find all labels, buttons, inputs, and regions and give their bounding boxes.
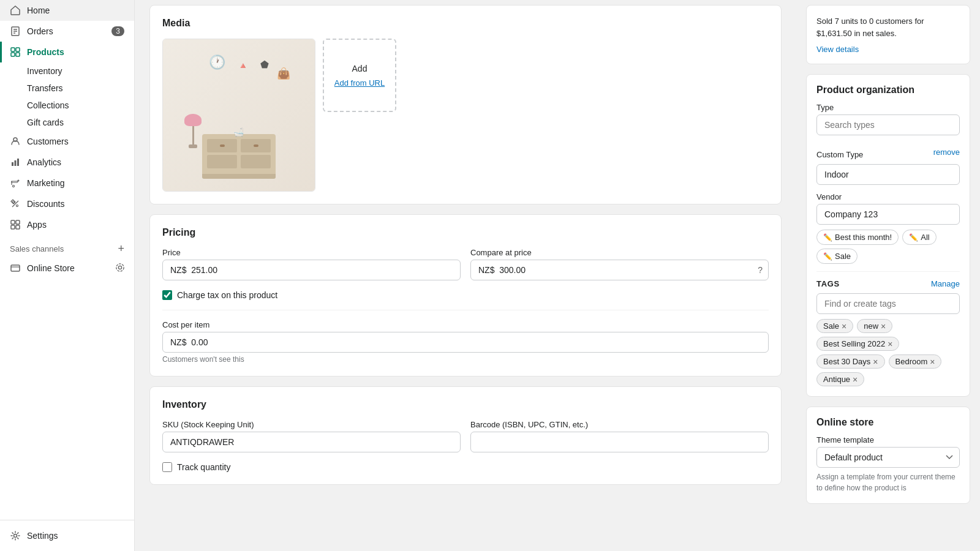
pred-btn-sale[interactable]: ✏️ Sale — [816, 249, 858, 264]
sku-input[interactable] — [162, 432, 461, 452]
tag-chip-remove[interactable]: × — [853, 375, 858, 384]
prediction-buttons: ✏️ Best this month! ✏️ All ✏️ Sale — [816, 230, 960, 264]
price-input[interactable] — [162, 260, 461, 280]
svg-rect-18 — [11, 225, 15, 229]
product-image[interactable]: 🕐 🔺 ⬟ 👜 — [162, 39, 315, 192]
inventory-card: Inventory SKU (Stock Keeping Unit) Barco… — [149, 386, 782, 485]
online-store-icon — [10, 263, 21, 274]
manage-tags-link[interactable]: Manage — [931, 279, 960, 288]
online-store-card: Online store Theme template Default prod… — [806, 407, 970, 504]
add-media-box[interactable]: Add Add from URL — [323, 39, 396, 112]
svg-rect-17 — [16, 220, 20, 224]
sidebar-item-discounts[interactable]: Discounts — [0, 193, 134, 214]
tag-chip-remove[interactable]: × — [888, 340, 892, 348]
wand-icon-2: ✏️ — [909, 233, 918, 242]
sidebar-item-marketing-label: Marketing — [27, 178, 64, 188]
compare-price-input[interactable] — [470, 260, 769, 280]
right-panel: Sold 7 units to 0 customers for $1,631.5… — [796, 0, 980, 551]
tag-chip-label: Best Selling 2022 — [823, 339, 885, 348]
sidebar-item-marketing[interactable]: Marketing — [0, 173, 134, 193]
online-store-label: Online Store — [27, 263, 75, 273]
theme-template-label: Theme template — [816, 435, 960, 444]
track-quantity-row: Track quantity — [162, 462, 769, 472]
sidebar-item-analytics[interactable]: Analytics — [0, 152, 134, 173]
barcode-input[interactable] — [470, 432, 769, 452]
tag-chip-remove[interactable]: × — [881, 322, 886, 331]
add-from-url-link[interactable]: Add from URL — [334, 78, 385, 88]
settings-label: Settings — [27, 531, 58, 541]
type-search-input[interactable] — [816, 114, 960, 135]
marketing-icon — [10, 178, 21, 189]
pricing-title: Pricing — [162, 227, 769, 238]
apps-icon — [10, 219, 21, 230]
tag-chips: Sale×new×Best Selling 2022×Best 30 Days×… — [816, 319, 960, 386]
svg-point-23 — [116, 263, 124, 271]
remove-custom-type-link[interactable]: remove — [933, 148, 960, 157]
charge-tax-checkbox[interactable] — [162, 290, 172, 300]
custom-type-input[interactable] — [816, 164, 960, 185]
online-store-title: Online store — [816, 417, 960, 428]
lamp-decoration — [184, 114, 202, 148]
sidebar-sub-giftcards[interactable]: Gift cards — [0, 114, 134, 131]
barcode-field: Barcode (ISBN, UPC, GTIN, etc.) — [470, 420, 769, 452]
svg-rect-4 — [11, 48, 15, 51]
sidebar-item-settings[interactable]: Settings — [0, 525, 134, 546]
sidebar-sub-inventory[interactable]: Inventory — [0, 62, 134, 80]
sidebar-item-orders[interactable]: Orders 3 — [0, 21, 134, 42]
custom-type-label: Custom Type — [816, 150, 863, 159]
tag-chip: Bedroom× — [889, 354, 942, 369]
sidebar-item-customers[interactable]: Customers — [0, 131, 134, 152]
wand-icon-1: ✏️ — [823, 233, 832, 242]
svg-point-24 — [14, 534, 17, 538]
help-icon[interactable]: ? — [758, 265, 763, 275]
tag-chip-label: Antique — [823, 375, 850, 384]
pred-btn-all-label: All — [921, 233, 929, 242]
tag-chip-remove[interactable]: × — [842, 322, 846, 331]
pred-btn-best-month[interactable]: ✏️ Best this month! — [816, 230, 899, 245]
tag-chip-remove[interactable]: × — [873, 358, 878, 366]
sidebar: Home Orders 3 Products Inventory Transfe… — [0, 0, 135, 551]
orders-icon — [10, 26, 21, 37]
cost-hint: Customers won't see this — [162, 355, 769, 364]
sidebar-item-apps[interactable]: Apps — [0, 214, 134, 235]
vendor-input[interactable] — [816, 204, 960, 225]
view-details-link[interactable]: View details — [816, 45, 859, 54]
sidebar-sub-transfers[interactable]: Transfers — [0, 80, 134, 97]
tag-chip: Best 30 Days× — [816, 354, 885, 369]
nursery-image: 🕐 🔺 ⬟ 👜 — [163, 39, 315, 191]
sidebar-item-home[interactable]: Home — [0, 0, 134, 21]
svg-rect-10 — [15, 160, 17, 166]
wand-icon-3: ✏️ — [823, 252, 832, 261]
sidebar-sub-collections[interactable]: Collections — [0, 97, 134, 114]
online-store-settings-icon[interactable] — [116, 263, 124, 274]
dresser-decoration — [202, 134, 276, 179]
svg-point-14 — [17, 205, 18, 207]
settings-icon — [10, 530, 21, 541]
home-icon — [10, 5, 21, 16]
price-label: Price — [162, 248, 461, 257]
add-media-button[interactable]: Add — [352, 64, 368, 73]
track-quantity-checkbox[interactable] — [162, 462, 172, 472]
svg-rect-6 — [11, 53, 15, 56]
sidebar-item-online-store[interactable]: Online Store — [0, 258, 134, 279]
sku-label: SKU (Stock Keeping Unit) — [162, 420, 461, 429]
cost-section: Cost per item Customers won't see this — [162, 310, 769, 364]
tag-chip-remove[interactable]: × — [930, 358, 935, 366]
tags-input[interactable] — [816, 293, 960, 314]
cost-input[interactable] — [162, 332, 769, 353]
charge-tax-label: Charge tax on this product — [177, 290, 277, 300]
customers-icon — [10, 136, 21, 147]
media-title: Media — [162, 18, 769, 29]
theme-template-select[interactable]: Default product Custom template — [816, 447, 960, 468]
tag-chip-label: Best 30 Days — [823, 357, 870, 366]
media-grid: 🕐 🔺 ⬟ 👜 — [162, 39, 769, 192]
product-org-card: Product organization Type Custom Type re… — [806, 74, 970, 397]
compare-price-input-wrapper: ? — [470, 260, 769, 280]
pred-btn-all[interactable]: ✏️ All — [902, 230, 936, 245]
sidebar-item-home-label: Home — [27, 6, 50, 15]
add-sales-channel-button[interactable]: + — [118, 242, 124, 255]
sidebar-item-orders-label: Orders — [27, 26, 53, 36]
svg-rect-5 — [16, 48, 20, 51]
sku-field: SKU (Stock Keeping Unit) — [162, 420, 461, 452]
sidebar-item-products[interactable]: Products — [0, 42, 134, 62]
